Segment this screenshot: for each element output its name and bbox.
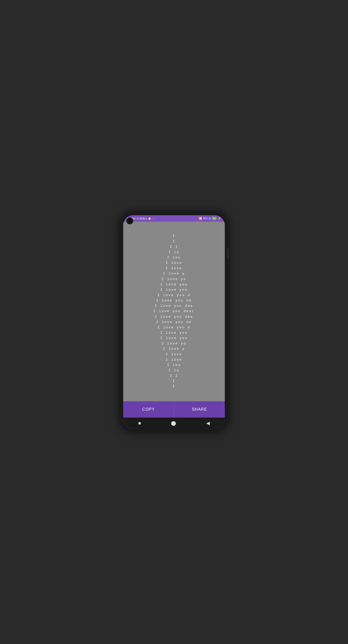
status-alarm: ⏰	[148, 217, 151, 220]
poem-line: I love y	[163, 346, 185, 351]
camera-cutout	[126, 217, 133, 224]
poem-line: I love	[166, 260, 182, 266]
main-content: III II loI lovI loveI loveI love yI love…	[123, 222, 225, 401]
poem-line: I I	[170, 373, 178, 378]
poem-line: I	[173, 384, 176, 389]
wifi-icon: 📶	[199, 217, 202, 220]
poem-line: I love you de	[156, 320, 192, 325]
nav-square-icon[interactable]: ■	[138, 421, 141, 426]
status-right: 📶 4G+ ||| 64 ⚡	[199, 217, 221, 220]
poem-line: I	[173, 239, 176, 244]
poem-line: I love you dea	[155, 303, 193, 309]
poem-line: I love y	[163, 271, 185, 276]
poem-line: I	[173, 234, 176, 239]
poem-line: I love yo	[162, 277, 186, 282]
signal-strength: 4G+ |||	[203, 217, 211, 220]
battery-level: 64	[212, 217, 217, 220]
poem-line: I	[173, 379, 176, 384]
poem-line: I love you dea	[155, 314, 193, 319]
poem-container: III II loI lovI loveI loveI love yI love…	[153, 234, 195, 389]
poem-line: I lov	[167, 255, 181, 260]
status-bar: 16 PM | 0.0KB/s ⏰ ··· 📶 4G+ ||| 64 ⚡	[123, 215, 225, 222]
nav-bar: ■ ⬤ ◀	[123, 418, 225, 429]
poem-line: I love you	[160, 282, 188, 287]
poem-line: I love	[166, 357, 182, 362]
bottom-buttons: COPY SHARE	[123, 401, 225, 418]
poem-line: I I	[170, 244, 178, 250]
poem-line: I love yo	[162, 341, 186, 346]
poem-line: I love	[166, 352, 182, 357]
copy-button[interactable]: COPY	[123, 401, 174, 418]
poem-line: I love you d	[157, 293, 191, 298]
poem-line: I love you d	[157, 325, 191, 330]
poem-line: I lo	[168, 368, 179, 373]
phone-frame: 16 PM | 0.0KB/s ⏰ ··· 📶 4G+ ||| 64 ⚡ III…	[121, 213, 227, 431]
charging-icon: ⚡	[218, 217, 221, 220]
poem-line: I love	[166, 266, 182, 271]
nav-circle-icon[interactable]: ⬤	[171, 420, 176, 426]
phone-screen: 16 PM | 0.0KB/s ⏰ ··· 📶 4G+ ||| 64 ⚡ III…	[123, 215, 225, 429]
poem-line: I love you de	[156, 298, 192, 303]
status-menu: ···	[152, 217, 155, 220]
poem-line: I lov	[167, 363, 181, 368]
poem-line: I love you	[160, 287, 188, 293]
poem-line: I love you	[160, 330, 188, 335]
poem-line: I love you dear	[153, 309, 195, 314]
poem-line: I love you	[160, 336, 188, 341]
share-button[interactable]: SHARE	[174, 401, 225, 418]
nav-triangle-icon[interactable]: ◀	[206, 420, 210, 426]
poem-line: I lo	[168, 250, 179, 255]
volume-button	[227, 248, 228, 258]
